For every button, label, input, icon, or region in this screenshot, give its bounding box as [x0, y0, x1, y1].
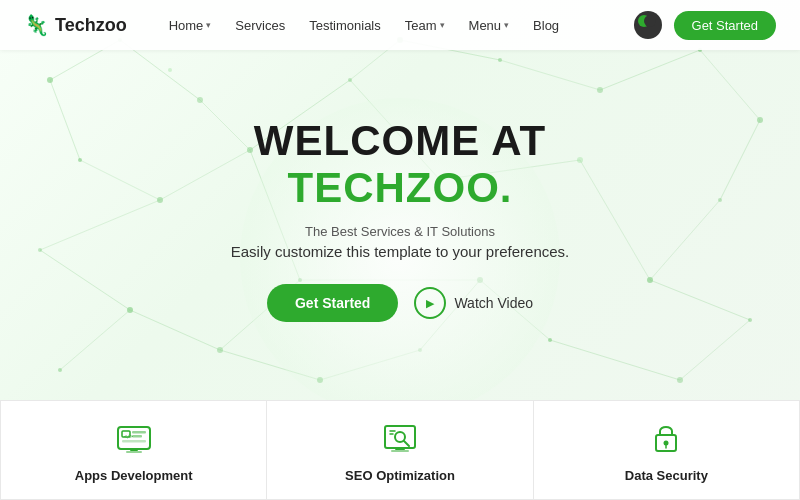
svg-line-45 — [720, 120, 760, 200]
nav-team-label: Team — [405, 18, 437, 33]
card-security-label: Data Security — [625, 468, 708, 483]
nav-actions: Get Started — [634, 11, 776, 40]
card-seo-optimization[interactable]: SEO Optimization — [266, 400, 532, 500]
nav-menu-label: Menu — [469, 18, 502, 33]
svg-rect-62 — [132, 435, 142, 438]
seo-optimization-icon — [378, 417, 422, 460]
svg-line-56 — [580, 160, 650, 280]
logo[interactable]: 🦎 Techzoo — [24, 13, 127, 37]
logo-text: Techzoo — [55, 15, 127, 36]
chevron-down-icon: ▾ — [440, 20, 445, 30]
svg-line-30 — [50, 80, 80, 160]
card-data-security[interactable]: Data Security — [533, 400, 800, 500]
nav-item-testimonials[interactable]: Testimonials — [299, 12, 391, 39]
hero-subtitle-small: The Best Services & IT Solutions — [231, 224, 569, 239]
get-started-hero-button[interactable]: Get Started — [267, 284, 398, 322]
watch-video-button[interactable]: ▶ Watch Video — [414, 287, 533, 319]
nav-testimonials-label: Testimonials — [309, 18, 381, 33]
svg-rect-65 — [126, 451, 142, 453]
svg-rect-73 — [391, 450, 409, 452]
svg-line-43 — [600, 50, 700, 90]
svg-rect-67 — [385, 426, 415, 448]
hero-content: WELCOME AT TECHZOO. The Best Services & … — [231, 118, 569, 322]
cards-section: </> Apps Development SEO Optimization — [0, 400, 800, 500]
hero-subtitle: Easily customize this template to your p… — [231, 243, 569, 260]
svg-line-31 — [80, 160, 160, 200]
hero-welcome-text: WELCOME AT — [231, 118, 569, 164]
navbar: 🦎 Techzoo Home ▾ Services Testimonials T… — [0, 0, 800, 50]
nav-blog-label: Blog — [533, 18, 559, 33]
svg-line-33 — [40, 250, 130, 310]
svg-line-35 — [130, 310, 220, 350]
svg-rect-63 — [122, 440, 146, 443]
nav-item-blog[interactable]: Blog — [523, 12, 569, 39]
svg-line-46 — [650, 200, 720, 280]
svg-line-32 — [40, 200, 160, 250]
svg-text:</>: </> — [124, 432, 133, 438]
nav-links: Home ▾ Services Testimonials Team ▾ Menu… — [159, 12, 634, 39]
chevron-down-icon: ▾ — [206, 20, 211, 30]
get-started-nav-button[interactable]: Get Started — [674, 11, 776, 40]
svg-line-69 — [404, 441, 409, 446]
card-apps-label: Apps Development — [75, 468, 193, 483]
theme-toggle-button[interactable] — [634, 11, 662, 39]
hero-brand-text: TECHZOO. — [231, 164, 569, 212]
hero-section: WELCOME AT TECHZOO. The Best Services & … — [0, 0, 800, 420]
svg-line-42 — [500, 60, 600, 90]
svg-point-25 — [168, 68, 172, 72]
svg-rect-61 — [132, 431, 146, 434]
svg-line-34 — [60, 310, 130, 370]
nav-home-label: Home — [169, 18, 204, 33]
nav-item-team[interactable]: Team ▾ — [395, 12, 455, 39]
play-icon: ▶ — [414, 287, 446, 319]
svg-rect-64 — [130, 449, 138, 451]
svg-line-47 — [650, 280, 750, 320]
svg-line-44 — [700, 50, 760, 120]
svg-line-49 — [550, 340, 680, 380]
card-seo-label: SEO Optimization — [345, 468, 455, 483]
data-security-icon — [644, 417, 688, 460]
nav-item-menu[interactable]: Menu ▾ — [459, 12, 520, 39]
logo-icon: 🦎 — [24, 13, 49, 37]
card-apps-development[interactable]: </> Apps Development — [0, 400, 266, 500]
watch-video-label: Watch Video — [454, 295, 533, 311]
svg-rect-72 — [395, 448, 405, 450]
hero-actions: Get Started ▶ Watch Video — [231, 284, 569, 322]
nav-item-home[interactable]: Home ▾ — [159, 12, 222, 39]
apps-development-icon: </> — [112, 417, 156, 460]
svg-line-48 — [680, 320, 750, 380]
nav-item-services[interactable]: Services — [225, 12, 295, 39]
nav-services-label: Services — [235, 18, 285, 33]
chevron-down-icon: ▾ — [504, 20, 509, 30]
